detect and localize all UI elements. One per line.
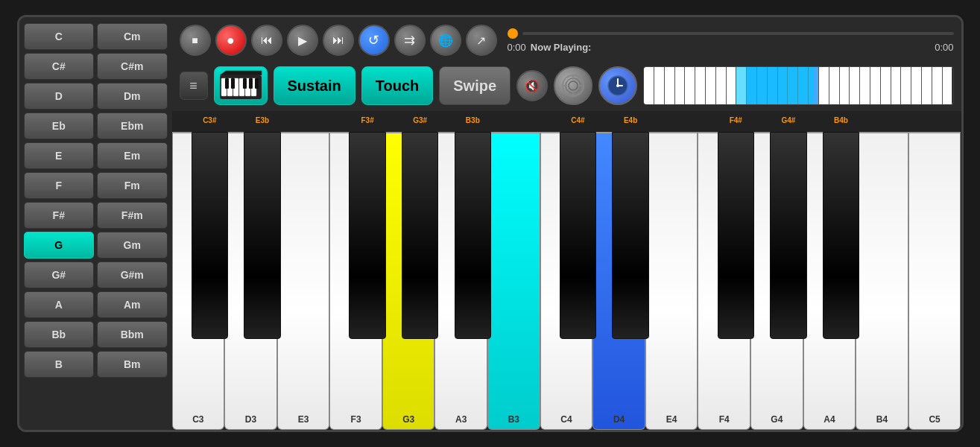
- stop-button[interactable]: ■: [180, 25, 211, 56]
- black-key[interactable]: E3b: [244, 132, 280, 339]
- chord-minor-button[interactable]: C#m: [97, 53, 168, 80]
- black-key-label: F4#: [730, 116, 742, 124]
- sync-button[interactable]: ↻: [358, 25, 390, 56]
- sync-icon: ↻: [368, 32, 379, 48]
- svg-point-23: [616, 84, 619, 87]
- chord-major-button[interactable]: C#: [24, 53, 95, 80]
- chord-major-button[interactable]: G: [24, 232, 95, 259]
- black-key[interactable]: E4b: [612, 132, 648, 339]
- chord-row: DDm: [24, 83, 168, 110]
- white-key-label: A4: [823, 414, 835, 425]
- white-key-label: D4: [613, 414, 625, 425]
- skip-icon: ⏭: [332, 34, 344, 47]
- eq-button[interactable]: ⇉: [394, 25, 426, 56]
- white-key-label: D3: [245, 414, 256, 425]
- chord-major-button[interactable]: F#: [24, 202, 95, 229]
- white-key[interactable]: E4: [645, 132, 698, 430]
- touch-button[interactable]: Touch: [361, 66, 434, 105]
- black-key-label: E3b: [256, 116, 269, 124]
- share-icon: ↗: [476, 34, 486, 48]
- white-key[interactable]: B4: [856, 132, 908, 430]
- play-button[interactable]: ▶: [287, 25, 318, 56]
- white-key-label: F4: [719, 414, 730, 425]
- chord-minor-button[interactable]: Dm: [97, 83, 168, 110]
- progress-track[interactable]: [522, 32, 954, 35]
- chord-minor-button[interactable]: Cm: [97, 23, 168, 50]
- black-key[interactable]: B4b: [823, 132, 859, 339]
- main-area: ■ ● ⏮ ▶ ⏭ ↻ ⇉ 🌐 ↗: [172, 17, 961, 430]
- chord-minor-button[interactable]: F#m: [97, 202, 168, 229]
- chord-minor-button[interactable]: Bm: [97, 351, 168, 378]
- keyboard-container: C3D3E3F3G3A3B3C4D4E4F4G4A4B4C5C3#E3bF3#G…: [172, 111, 961, 430]
- share-button[interactable]: ↗: [466, 25, 497, 56]
- chord-row: FFm: [24, 172, 168, 199]
- white-key-label: B3: [508, 414, 519, 425]
- chord-minor-button[interactable]: Gm: [97, 232, 168, 259]
- white-key-label: E4: [666, 414, 677, 425]
- chord-minor-button[interactable]: Am: [97, 291, 168, 318]
- globe-icon: 🌐: [438, 34, 453, 48]
- black-key[interactable]: G3#: [402, 132, 438, 339]
- piano-wrapper: C3D3E3F3G3A3B3C4D4E4F4G4A4B4C5C3#E3bF3#G…: [172, 111, 961, 430]
- svg-rect-9: [243, 78, 247, 89]
- chord-row: C#C#m: [24, 53, 168, 80]
- chord-major-button[interactable]: E: [24, 142, 95, 169]
- svg-point-15: [572, 84, 575, 87]
- record-icon: ●: [227, 33, 235, 48]
- now-playing-text: 0:00 Now Playing: 0:00: [508, 42, 954, 53]
- black-key-label: C4#: [571, 116, 584, 124]
- transport-bar: ■ ● ⏮ ▶ ⏭ ↻ ⇉ 🌐 ↗: [172, 17, 961, 62]
- skip-button[interactable]: ⏭: [323, 25, 354, 56]
- piano-icon-button[interactable]: [214, 66, 268, 105]
- black-key[interactable]: G4#: [770, 132, 806, 339]
- chord-major-button[interactable]: D: [24, 83, 95, 110]
- white-key[interactable]: B3: [487, 132, 540, 430]
- mini-highlight: [736, 67, 814, 104]
- globe-button[interactable]: 🌐: [430, 25, 461, 56]
- chord-minor-button[interactable]: Em: [97, 142, 168, 169]
- black-key[interactable]: F4#: [718, 132, 754, 339]
- chord-major-button[interactable]: G#: [24, 261, 95, 288]
- chord-major-button[interactable]: C: [24, 23, 95, 50]
- menu-button[interactable]: ≡: [180, 72, 208, 100]
- piano-graphic: [218, 69, 263, 102]
- chord-minor-button[interactable]: Ebm: [97, 112, 168, 139]
- black-key-label: C3#: [203, 116, 216, 124]
- progress-dot[interactable]: [508, 28, 518, 39]
- clock-button[interactable]: [598, 66, 637, 105]
- white-key-label: E3: [298, 414, 309, 425]
- volume-button[interactable]: 🔇: [516, 70, 548, 101]
- eq-icon: ⇉: [404, 32, 415, 48]
- menu-icon: ≡: [189, 78, 197, 94]
- progress-row: [508, 28, 954, 39]
- chord-row: BbBbm: [24, 321, 168, 348]
- svg-rect-11: [255, 78, 259, 89]
- chord-major-button[interactable]: F: [24, 172, 95, 199]
- swipe-button[interactable]: Swipe: [439, 66, 510, 105]
- white-key-label: F3: [351, 414, 361, 425]
- black-key[interactable]: C3#: [192, 132, 228, 339]
- black-key[interactable]: F3#: [349, 132, 385, 339]
- white-key[interactable]: C5: [908, 132, 961, 430]
- black-key-label: G4#: [781, 116, 795, 124]
- black-key[interactable]: B3b: [455, 132, 491, 339]
- white-key[interactable]: E3: [277, 132, 330, 430]
- chord-row: BBm: [24, 351, 168, 378]
- chord-row: AAm: [24, 291, 168, 318]
- chord-major-button[interactable]: B: [24, 351, 95, 378]
- white-key-label: G4: [771, 414, 783, 425]
- sustain-button[interactable]: Sustain: [274, 66, 355, 105]
- chord-minor-button[interactable]: G#m: [97, 261, 168, 288]
- chord-major-button[interactable]: Eb: [24, 112, 95, 139]
- chord-minor-button[interactable]: Fm: [97, 172, 168, 199]
- rewind-button[interactable]: ⏮: [251, 25, 282, 56]
- svg-rect-8: [231, 78, 235, 89]
- chord-minor-button[interactable]: Bbm: [97, 321, 168, 348]
- black-key[interactable]: C4#: [560, 132, 596, 339]
- chord-major-button[interactable]: A: [24, 291, 95, 318]
- white-key-label: C5: [929, 414, 940, 425]
- chord-major-button[interactable]: Bb: [24, 321, 95, 348]
- record-button[interactable]: ●: [215, 25, 247, 56]
- chord-row: GGm: [24, 232, 168, 259]
- effects-button[interactable]: [554, 66, 592, 105]
